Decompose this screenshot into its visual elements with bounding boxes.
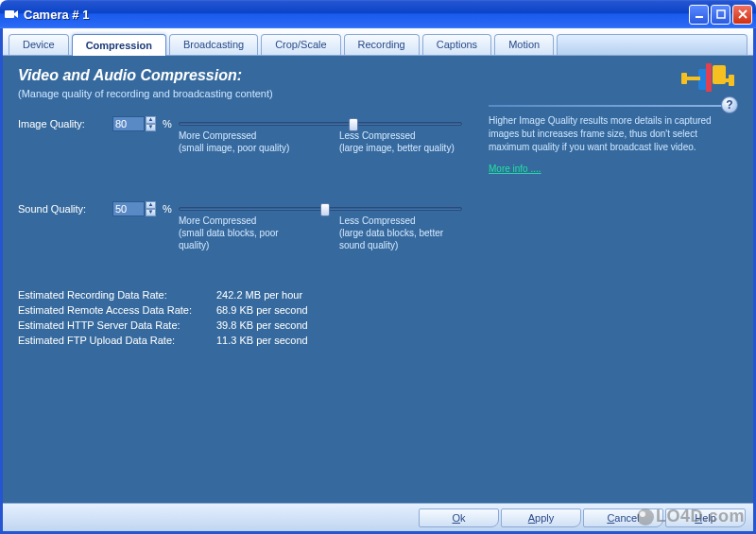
help-icon[interactable]: ? bbox=[721, 96, 738, 113]
stat-row: Estimated Remote Access Data Rate:68.9 K… bbox=[18, 304, 738, 316]
tab-captions[interactable]: Captions bbox=[422, 34, 491, 55]
ok-button[interactable]: Ok bbox=[419, 508, 499, 527]
image-quality-unit: % bbox=[163, 118, 172, 129]
sound-quality-right-hint: Less Compressed (large data blocks, bett… bbox=[339, 215, 462, 251]
svg-rect-1 bbox=[696, 16, 703, 18]
sound-quality-slider[interactable] bbox=[179, 207, 462, 211]
svg-rect-9 bbox=[729, 75, 734, 86]
app-icon bbox=[4, 7, 19, 22]
image-quality-slider-thumb[interactable] bbox=[349, 118, 358, 131]
svg-rect-8 bbox=[681, 73, 687, 84]
sound-quality-slider-thumb[interactable] bbox=[320, 203, 330, 216]
image-quality-spinner[interactable]: ▲▼ bbox=[146, 116, 157, 131]
tab-motion[interactable]: Motion bbox=[494, 34, 554, 55]
help-divider: ? bbox=[489, 105, 734, 107]
window-body: Device Compression Broadcasting Crop/Sca… bbox=[0, 28, 756, 534]
svg-rect-2 bbox=[717, 10, 725, 18]
stats-block: Estimated Recording Data Rate:242.2 MB p… bbox=[18, 289, 738, 346]
image-quality-right-hint: Less Compressed (large image, better qua… bbox=[339, 129, 462, 154]
footer-bar: Ok Apply Cancel Help bbox=[3, 503, 753, 531]
tab-device[interactable]: Device bbox=[9, 34, 69, 55]
maximize-button[interactable] bbox=[711, 5, 730, 25]
tab-bar: Device Compression Broadcasting Crop/Sca… bbox=[3, 28, 753, 56]
compression-icon bbox=[679, 60, 736, 101]
sound-quality-unit: % bbox=[163, 203, 172, 215]
content-panel: Video and Audio Compression: (Manage qua… bbox=[3, 56, 753, 503]
sound-quality-input[interactable] bbox=[112, 201, 145, 216]
tab-broadcasting[interactable]: Broadcasting bbox=[169, 34, 258, 55]
image-quality-left-hint: More Compressed (small image, poor quali… bbox=[179, 129, 301, 154]
titlebar: Camera # 1 bbox=[0, 0, 756, 28]
help-button[interactable]: Help bbox=[665, 508, 746, 527]
stat-row: Estimated Recording Data Rate:242.2 MB p… bbox=[18, 289, 738, 301]
more-info-link[interactable]: More info .... bbox=[489, 164, 541, 174]
tab-recording[interactable]: Recording bbox=[344, 34, 420, 55]
stat-row: Estimated HTTP Server Data Rate:39.8 KB … bbox=[18, 319, 738, 331]
stat-row: Estimated FTP Upload Data Rate:11.3 KB p… bbox=[18, 335, 738, 346]
image-quality-label: Image Quality: bbox=[18, 116, 112, 129]
window-title: Camera # 1 bbox=[24, 8, 689, 22]
image-quality-input[interactable] bbox=[112, 116, 145, 131]
help-panel: ? Higher Image Quality results more deta… bbox=[489, 105, 734, 174]
svg-rect-6 bbox=[685, 77, 700, 80]
section-title: Video and Audio Compression: bbox=[18, 67, 738, 84]
sound-quality-label: Sound Quality: bbox=[18, 201, 112, 215]
sound-quality-spinner[interactable]: ▲▼ bbox=[146, 201, 157, 216]
apply-button[interactable]: Apply bbox=[501, 508, 581, 527]
close-button[interactable] bbox=[732, 5, 752, 25]
minimize-button[interactable] bbox=[689, 5, 709, 25]
cancel-button[interactable]: Cancel bbox=[583, 508, 663, 527]
svg-rect-0 bbox=[5, 10, 14, 18]
tab-spacer bbox=[557, 34, 747, 55]
svg-rect-5 bbox=[706, 63, 712, 92]
image-quality-slider[interactable] bbox=[179, 122, 462, 126]
sound-quality-left-hint: More Compressed (small data blocks, poor… bbox=[179, 215, 301, 251]
help-text: Higher Image Quality results more detail… bbox=[489, 114, 734, 154]
section-subtitle: (Manage quality of recording and broadca… bbox=[18, 88, 738, 99]
tab-compression[interactable]: Compression bbox=[72, 34, 166, 56]
tab-crop-scale[interactable]: Crop/Scale bbox=[261, 34, 340, 55]
sound-quality-row: Sound Quality: ▲▼ % More Compressed (sma… bbox=[18, 201, 738, 251]
